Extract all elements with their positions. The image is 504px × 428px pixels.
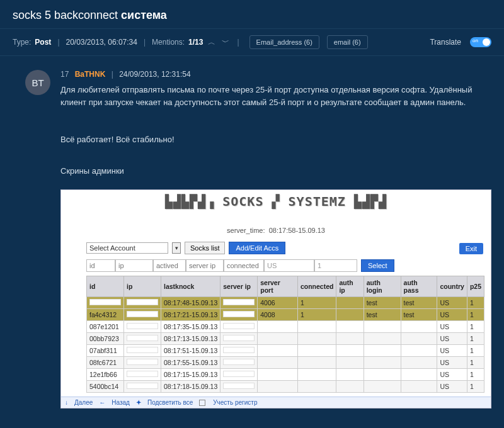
table-row[interactable]: 07abf31108:17:51-15.09.13US1 <box>87 345 484 357</box>
cell <box>364 369 401 381</box>
filter-row: Select <box>61 258 491 276</box>
col-country[interactable]: country <box>437 276 467 297</box>
cell: fa4c4312 <box>87 309 124 321</box>
socks-table: idiplastknockserver ipserver portconnect… <box>86 276 484 393</box>
col-p25[interactable]: p25 <box>467 276 484 297</box>
cell: 08:17:21-15.09.13 <box>161 309 220 321</box>
col-auth-login[interactable]: auth login <box>364 276 401 297</box>
account-select[interactable]: Select Account <box>86 242 168 254</box>
case-checkbox[interactable] <box>199 400 205 406</box>
cell <box>220 345 258 357</box>
admin-controls: Select Account ▾ Socks list Add/Edit Acc… <box>61 239 491 258</box>
cell <box>87 297 124 309</box>
mention-next-icon[interactable]: ﹀ <box>220 37 231 48</box>
filter-p25[interactable] <box>314 259 357 272</box>
server-time: server_time: 08:17:58-15.09.13 <box>61 227 491 234</box>
filter-actived[interactable] <box>153 259 186 272</box>
dropdown-icon[interactable]: ▾ <box>172 242 181 254</box>
col-connected[interactable]: connected <box>297 276 336 297</box>
cell <box>258 345 298 357</box>
post: BT 17 BaTHNK | 24/09/2013, 12:31:54 Для … <box>0 56 504 189</box>
cell <box>336 357 364 369</box>
cell: 1 <box>467 333 484 345</box>
col-server-port[interactable]: server port <box>258 276 298 297</box>
cell: 1 <box>297 309 336 321</box>
next-icon[interactable]: ↓ <box>65 399 68 406</box>
post-header: 17 BaTHNK | 24/09/2013, 12:31:54 <box>60 70 485 79</box>
table-row[interactable]: 08:17:48-15.09.1340061testtestUS1 <box>87 297 484 309</box>
cell <box>364 333 401 345</box>
cell <box>401 381 437 393</box>
cell: 1 <box>467 309 484 321</box>
filter-id[interactable] <box>86 259 115 272</box>
cell: 08:17:48-15.09.13 <box>161 297 220 309</box>
cell: 5400bc14 <box>87 381 124 393</box>
filter-ip[interactable] <box>115 259 153 272</box>
separator: | <box>57 38 59 47</box>
cell <box>258 333 298 345</box>
cell: US <box>437 357 467 369</box>
cell: 08:17:55-15.09.13 <box>161 357 220 369</box>
cell <box>336 333 364 345</box>
cell: 08:17:51-15.09.13 <box>161 345 220 357</box>
table-row[interactable]: fa4c431208:17:21-15.09.1340081testtestUS… <box>87 309 484 321</box>
table-row[interactable]: 08fc672108:17:55-15.09.13US1 <box>87 357 484 369</box>
socks-list-button[interactable]: Socks list <box>185 242 225 254</box>
cell <box>258 381 298 393</box>
post-author[interactable]: BaTHNK <box>75 70 106 79</box>
title-bold: система <box>121 9 167 21</box>
cell <box>336 297 364 309</box>
cell: test <box>401 309 437 321</box>
table-row[interactable]: 12e1fb6608:17:15-15.09.13US1 <box>87 369 484 381</box>
cell: 1 <box>467 357 484 369</box>
footer-highlight[interactable]: Подсветить все <box>147 399 193 406</box>
admin-screenshot: ▙▟▙▛▟▗ SOCKS ▞ SYSTEMZ ▙▟▛▟ server_time:… <box>60 189 491 408</box>
translate-toggle[interactable]: on <box>470 37 491 47</box>
highlight-icon[interactable]: ✦ <box>136 399 141 406</box>
exit-button[interactable]: Exit <box>459 243 483 254</box>
cell <box>124 333 161 345</box>
cell <box>336 369 364 381</box>
cell <box>297 381 336 393</box>
avatar: BT <box>25 70 50 95</box>
cell <box>401 369 437 381</box>
back-icon[interactable]: ← <box>99 399 105 406</box>
cell: 1 <box>467 321 484 333</box>
footer-case[interactable]: Учесть регистр <box>213 399 257 406</box>
footer-back[interactable]: Назад <box>112 399 130 406</box>
tag-email-address[interactable]: Email_address (6) <box>249 35 319 49</box>
cell <box>220 321 258 333</box>
post-date: 20/03/2013, 06:07:34 <box>66 38 137 47</box>
col-auth-pass[interactable]: auth pass <box>401 276 437 297</box>
cell <box>336 345 364 357</box>
cell: 4008 <box>258 309 298 321</box>
table-row[interactable]: 00bb792308:17:13-15.09.13US1 <box>87 333 484 345</box>
col-id[interactable]: id <box>87 276 124 297</box>
col-ip[interactable]: ip <box>124 276 161 297</box>
cell <box>258 321 298 333</box>
cell: 00bb7923 <box>87 333 124 345</box>
table-row[interactable]: 5400bc1408:17:18-15.09.13US1 <box>87 381 484 393</box>
cell <box>364 345 401 357</box>
filter-connected[interactable] <box>224 259 264 272</box>
footer-next[interactable]: Далее <box>74 399 93 406</box>
col-auth-ip[interactable]: auth ip <box>336 276 364 297</box>
cell <box>124 345 161 357</box>
cell <box>220 369 258 381</box>
cell: US <box>437 381 467 393</box>
col-lastknock[interactable]: lastknock <box>161 276 220 297</box>
filter-server-ip[interactable] <box>186 259 224 272</box>
add-edit-accs-button[interactable]: Add/Edit Accs <box>229 242 285 254</box>
cell <box>297 333 336 345</box>
cell: 08:17:35-15.09.13 <box>161 321 220 333</box>
tag-email[interactable]: email (6) <box>327 35 368 49</box>
table-row[interactable]: 087e120108:17:35-15.09.13US1 <box>87 321 484 333</box>
screenshot-label: Скрины админки <box>60 165 485 177</box>
cell <box>124 321 161 333</box>
filter-country[interactable] <box>264 259 314 272</box>
select-button[interactable]: Select <box>361 259 394 272</box>
mention-prev-icon[interactable]: ︿ <box>207 37 217 48</box>
cell: US <box>437 297 467 309</box>
col-server-ip[interactable]: server ip <box>220 276 258 297</box>
type-label: Type: <box>13 38 31 47</box>
